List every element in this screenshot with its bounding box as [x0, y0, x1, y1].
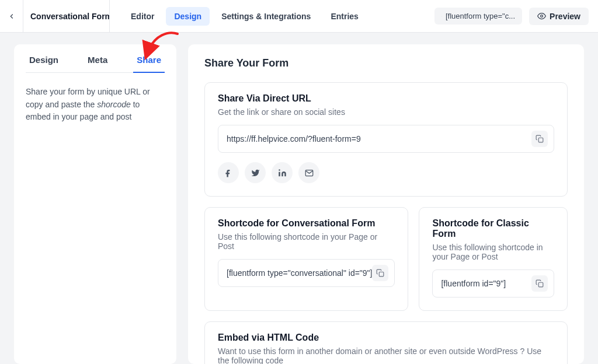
preview-label: Preview: [550, 12, 580, 21]
eye-icon: [537, 12, 546, 20]
conv-code-field[interactable]: [fluentform type="conversational" id="9"…: [218, 259, 395, 287]
mail-icon: [305, 169, 314, 177]
svg-rect-5: [538, 282, 543, 287]
twitter-icon: [251, 169, 260, 177]
tab-editor[interactable]: Editor: [123, 7, 162, 26]
t: shorcode: [97, 100, 131, 109]
classic-sub: Use this following shortcode in your Pag…: [432, 243, 554, 261]
tab-design[interactable]: Design: [166, 7, 210, 26]
card-shortcode-classic: Shortcode for Classic Form Use this foll…: [419, 207, 568, 311]
shortcode-row: Shortcode for Conversational Form Use th…: [204, 207, 568, 321]
top-tabs: Editor Design Settings & Integrations En…: [110, 7, 367, 26]
card-shortcode-conversational: Shortcode for Conversational Form Use th…: [204, 207, 408, 311]
share-twitter[interactable]: [245, 162, 266, 183]
card-embed-html: Embed via HTML Code Want to use this for…: [204, 321, 568, 364]
conv-sub: Use this following shortcode in your Pag…: [218, 232, 395, 251]
tab-entries[interactable]: Entries: [322, 7, 366, 26]
classic-title: Shortcode for Classic Form: [432, 218, 554, 239]
embed-sub: Want to use this form in another domain …: [218, 346, 554, 364]
clipboard-icon: [536, 279, 544, 288]
topbar: Conversational Form... Editor Design Set…: [0, 0, 598, 33]
conv-title: Shortcode for Conversational Form: [218, 218, 395, 229]
shortcode-chip[interactable]: [fluentform type="c...: [434, 8, 522, 24]
linkedin-icon: [278, 169, 287, 177]
sidebar-tab-meta[interactable]: Meta: [84, 55, 111, 72]
facebook-icon: [224, 169, 233, 177]
main-panel: Share Your Form Share Via Direct URL Get…: [188, 44, 584, 364]
card-direct-title: Share Via Direct URL: [218, 93, 554, 104]
sidebar-help-text: Share your form by unique URL or copy an…: [26, 86, 165, 124]
sidebar-tab-share[interactable]: Share: [133, 55, 165, 73]
sidebar-tabs: Design Meta Share: [26, 55, 165, 73]
direct-url-field[interactable]: https://ff.helpvice.com/?fluent-form=9: [218, 125, 554, 153]
copy-classic-code-button[interactable]: [531, 275, 548, 292]
back-button[interactable]: [0, 0, 23, 33]
page-title: Share Your Form: [204, 57, 568, 69]
body: Design Meta Share Share your form by uni…: [0, 33, 598, 364]
svg-rect-2: [538, 138, 543, 142]
svg-rect-4: [380, 272, 384, 276]
svg-point-1: [541, 15, 543, 18]
copy-direct-url-button[interactable]: [531, 131, 548, 147]
sidebar-tab-design[interactable]: Design: [26, 55, 62, 72]
clipboard-icon: [376, 269, 384, 277]
share-facebook[interactable]: [218, 162, 239, 183]
card-direct-url: Share Via Direct URL Get the link or sha…: [204, 82, 568, 197]
clipboard-icon: [536, 135, 544, 143]
social-share-row: [218, 162, 554, 183]
share-linkedin[interactable]: [272, 162, 293, 183]
top-actions: [fluentform type="c... Preview: [434, 8, 589, 25]
conv-code-value: [fluentform type="conversational" id="9"…: [227, 268, 372, 278]
clipboard-icon: [441, 12, 442, 20]
embed-title: Embed via HTML Code: [218, 332, 554, 343]
copy-conv-code-button[interactable]: [372, 265, 388, 281]
chevron-left-icon: [8, 12, 16, 20]
classic-code-field[interactable]: [fluentform id="9"]: [432, 270, 554, 298]
form-title: Conversational Form...: [23, 0, 110, 33]
classic-code-value: [fluentform id="9"]: [441, 279, 531, 288]
sidebar-panel: Design Meta Share Share your form by uni…: [14, 44, 176, 364]
card-direct-sub: Get the link or share on social sites: [218, 107, 554, 117]
share-mail[interactable]: [298, 162, 319, 183]
direct-url-value: https://ff.helpvice.com/?fluent-form=9: [227, 134, 531, 144]
preview-button[interactable]: Preview: [529, 8, 589, 25]
shortcode-chip-text: [fluentform type="c...: [446, 12, 515, 20]
tab-settings-integrations[interactable]: Settings & Integrations: [213, 7, 319, 26]
